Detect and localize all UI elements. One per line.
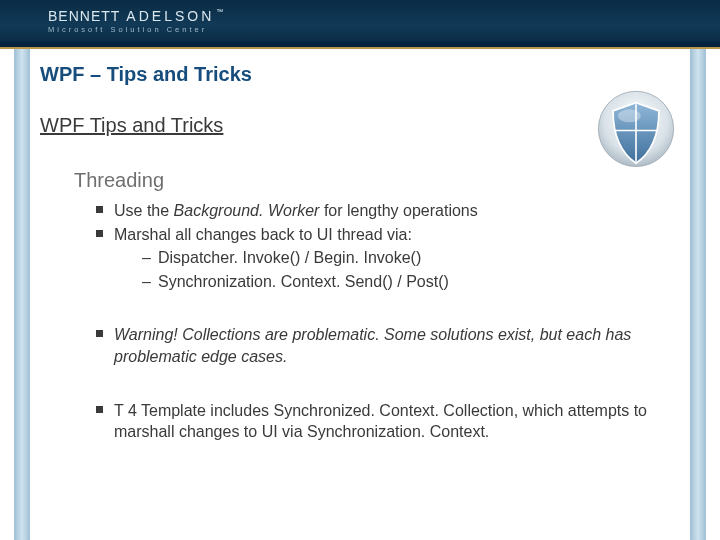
brand-word-1: BENNETT xyxy=(48,8,120,24)
bullet-list: Warning! Collections are problematic. So… xyxy=(96,324,680,367)
brand-name: BENNETTADELSON™ xyxy=(48,8,224,24)
slide-subtitle: WPF Tips and Tricks xyxy=(40,114,680,137)
brand-word-2: ADELSON xyxy=(126,8,214,24)
text: Use the xyxy=(114,202,174,219)
divider xyxy=(0,47,720,49)
text-italic: Background. Worker xyxy=(174,202,324,219)
section-heading: Threading xyxy=(74,169,680,192)
brand-bar: BENNETTADELSON™ Microsoft Solution Cente… xyxy=(0,0,720,42)
text: T 4 Template includes Synchronized. Cont… xyxy=(114,402,647,441)
trademark: ™ xyxy=(216,8,224,15)
list-item: Dispatcher. Invoke() / Begin. Invoke() xyxy=(142,247,680,269)
spacer xyxy=(40,370,680,392)
slide: BENNETTADELSON™ Microsoft Solution Cente… xyxy=(0,0,720,540)
text: Synchronization. Context. Send() / Post(… xyxy=(158,273,449,290)
sub-bullet-list: Dispatcher. Invoke() / Begin. Invoke() S… xyxy=(142,247,680,292)
content-area: WPF – Tips and Tricks WPF Tips and Trick… xyxy=(40,55,680,530)
bullet-list: Use the Background. Worker for lengthy o… xyxy=(96,200,680,292)
text-italic: Warning! Collections are problematic. So… xyxy=(114,326,631,365)
bullet-list: T 4 Template includes Synchronized. Cont… xyxy=(96,400,680,443)
list-item: Synchronization. Context. Send() / Post(… xyxy=(142,271,680,293)
list-item: Marshal all changes back to UI thread vi… xyxy=(96,224,680,293)
spacer xyxy=(40,294,680,316)
text: Marshal all changes back to UI thread vi… xyxy=(114,226,412,243)
slide-title: WPF – Tips and Tricks xyxy=(40,63,680,86)
brand-subtitle: Microsoft Solution Center xyxy=(48,25,224,34)
brand-logo: BENNETTADELSON™ Microsoft Solution Cente… xyxy=(48,8,224,34)
text: for lengthy operations xyxy=(324,202,478,219)
list-item: T 4 Template includes Synchronized. Cont… xyxy=(96,400,680,443)
list-item: Use the Background. Worker for lengthy o… xyxy=(96,200,680,222)
text: Dispatcher. Invoke() / Begin. Invoke() xyxy=(158,249,421,266)
list-item: Warning! Collections are problematic. So… xyxy=(96,324,680,367)
